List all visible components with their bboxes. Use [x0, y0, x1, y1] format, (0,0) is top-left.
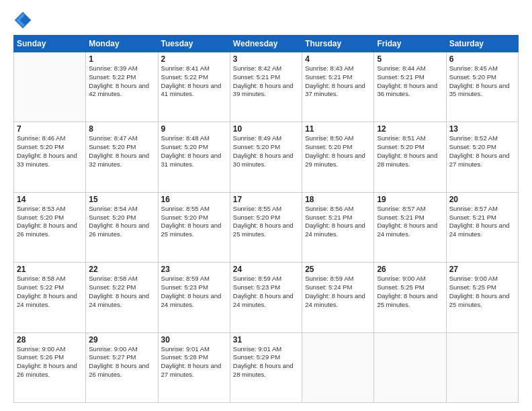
day-number: 2 [161, 54, 227, 64]
calendar-cell: 30Sunrise: 9:01 AM Sunset: 5:28 PM Dayli… [158, 332, 230, 402]
calendar-cell: 22Sunrise: 8:58 AM Sunset: 5:22 PM Dayli… [86, 263, 158, 332]
calendar-cell: 8Sunrise: 8:47 AM Sunset: 5:20 PM Daylig… [86, 122, 158, 192]
calendar-cell: 11Sunrise: 8:50 AM Sunset: 5:20 PM Dayli… [302, 122, 374, 192]
calendar-table: SundayMondayTuesdayWednesdayThursdayFrid… [13, 35, 519, 403]
calendar-cell [14, 52, 86, 122]
week-row: 28Sunrise: 9:00 AM Sunset: 5:26 PM Dayli… [14, 332, 519, 402]
cell-info: Sunrise: 8:55 AM Sunset: 5:20 PM Dayligh… [161, 205, 227, 239]
calendar-cell: 9Sunrise: 8:48 AM Sunset: 5:20 PM Daylig… [158, 122, 230, 192]
calendar-cell: 7Sunrise: 8:46 AM Sunset: 5:20 PM Daylig… [14, 122, 86, 192]
calendar-cell: 1Sunrise: 8:39 AM Sunset: 5:22 PM Daylig… [86, 52, 158, 122]
cell-info: Sunrise: 8:59 AM Sunset: 5:24 PM Dayligh… [305, 275, 371, 309]
calendar-cell: 3Sunrise: 8:42 AM Sunset: 5:21 PM Daylig… [230, 52, 302, 122]
weekday-header: Friday [374, 36, 446, 52]
day-number: 31 [233, 335, 299, 345]
cell-info: Sunrise: 8:43 AM Sunset: 5:21 PM Dayligh… [305, 64, 371, 99]
cell-info: Sunrise: 8:58 AM Sunset: 5:22 PM Dayligh… [17, 275, 83, 309]
day-number: 12 [377, 124, 443, 134]
day-number: 23 [161, 265, 227, 274]
calendar-cell: 29Sunrise: 9:00 AM Sunset: 5:27 PM Dayli… [86, 332, 158, 402]
week-row: 7Sunrise: 8:46 AM Sunset: 5:20 PM Daylig… [14, 122, 519, 192]
calendar-cell: 15Sunrise: 8:54 AM Sunset: 5:20 PM Dayli… [86, 192, 158, 262]
calendar-cell: 2Sunrise: 8:41 AM Sunset: 5:22 PM Daylig… [158, 52, 230, 122]
day-number: 20 [449, 195, 515, 204]
day-number: 15 [89, 195, 154, 204]
calendar-cell: 10Sunrise: 8:49 AM Sunset: 5:20 PM Dayli… [230, 122, 302, 192]
cell-info: Sunrise: 8:57 AM Sunset: 5:21 PM Dayligh… [449, 205, 515, 239]
day-number: 17 [233, 195, 299, 204]
cell-info: Sunrise: 8:56 AM Sunset: 5:21 PM Dayligh… [305, 205, 371, 239]
weekday-header: Saturday [446, 36, 518, 52]
cell-info: Sunrise: 8:53 AM Sunset: 5:20 PM Dayligh… [17, 205, 83, 239]
cell-info: Sunrise: 9:01 AM Sunset: 5:29 PM Dayligh… [233, 345, 299, 379]
cell-info: Sunrise: 9:01 AM Sunset: 5:28 PM Dayligh… [161, 345, 227, 379]
cell-info: Sunrise: 8:55 AM Sunset: 5:20 PM Dayligh… [233, 205, 299, 239]
cell-info: Sunrise: 8:50 AM Sunset: 5:20 PM Dayligh… [305, 134, 371, 169]
cell-info: Sunrise: 9:00 AM Sunset: 5:25 PM Dayligh… [377, 275, 443, 309]
day-number: 28 [17, 335, 83, 345]
cell-info: Sunrise: 8:49 AM Sunset: 5:20 PM Dayligh… [233, 134, 299, 169]
cell-info: Sunrise: 8:52 AM Sunset: 5:20 PM Dayligh… [449, 134, 515, 169]
calendar-cell: 27Sunrise: 9:00 AM Sunset: 5:25 PM Dayli… [446, 263, 518, 332]
calendar-cell: 20Sunrise: 8:57 AM Sunset: 5:21 PM Dayli… [446, 192, 518, 262]
calendar-cell: 5Sunrise: 8:44 AM Sunset: 5:21 PM Daylig… [374, 52, 446, 122]
weekday-header: Monday [86, 36, 158, 52]
calendar-cell: 13Sunrise: 8:52 AM Sunset: 5:20 PM Dayli… [446, 122, 518, 192]
weekday-header: Tuesday [158, 36, 230, 52]
cell-info: Sunrise: 8:59 AM Sunset: 5:23 PM Dayligh… [233, 275, 299, 309]
calendar-cell: 28Sunrise: 9:00 AM Sunset: 5:26 PM Dayli… [14, 332, 86, 402]
calendar-cell: 17Sunrise: 8:55 AM Sunset: 5:20 PM Dayli… [230, 192, 302, 262]
logo [13, 11, 35, 30]
calendar-cell [374, 332, 446, 402]
day-number: 30 [161, 335, 227, 345]
day-number: 16 [161, 195, 227, 204]
day-number: 14 [17, 195, 83, 204]
calendar-cell: 25Sunrise: 8:59 AM Sunset: 5:24 PM Dayli… [302, 263, 374, 332]
day-number: 13 [449, 124, 515, 134]
day-number: 6 [449, 54, 515, 64]
day-number: 1 [89, 54, 154, 64]
day-number: 8 [89, 124, 154, 134]
cell-info: Sunrise: 8:41 AM Sunset: 5:22 PM Dayligh… [161, 64, 227, 99]
header [13, 11, 519, 30]
day-number: 27 [449, 265, 515, 274]
calendar-cell: 21Sunrise: 8:58 AM Sunset: 5:22 PM Dayli… [14, 263, 86, 332]
cell-info: Sunrise: 8:44 AM Sunset: 5:21 PM Dayligh… [377, 64, 443, 99]
calendar-cell: 16Sunrise: 8:55 AM Sunset: 5:20 PM Dayli… [158, 192, 230, 262]
day-number: 4 [305, 54, 371, 64]
calendar-cell: 18Sunrise: 8:56 AM Sunset: 5:21 PM Dayli… [302, 192, 374, 262]
day-number: 29 [89, 335, 154, 345]
calendar-cell: 26Sunrise: 9:00 AM Sunset: 5:25 PM Dayli… [374, 263, 446, 332]
cell-info: Sunrise: 9:00 AM Sunset: 5:26 PM Dayligh… [17, 345, 83, 379]
cell-info: Sunrise: 8:48 AM Sunset: 5:20 PM Dayligh… [161, 134, 227, 169]
calendar-cell: 4Sunrise: 8:43 AM Sunset: 5:21 PM Daylig… [302, 52, 374, 122]
cell-info: Sunrise: 8:46 AM Sunset: 5:20 PM Dayligh… [17, 134, 83, 169]
day-number: 24 [233, 265, 299, 274]
week-row: 14Sunrise: 8:53 AM Sunset: 5:20 PM Dayli… [14, 192, 519, 262]
calendar-cell: 31Sunrise: 9:01 AM Sunset: 5:29 PM Dayli… [230, 332, 302, 402]
calendar-cell: 19Sunrise: 8:57 AM Sunset: 5:21 PM Dayli… [374, 192, 446, 262]
calendar-page: SundayMondayTuesdayWednesdayThursdayFrid… [0, 0, 532, 411]
calendar-cell: 24Sunrise: 8:59 AM Sunset: 5:23 PM Dayli… [230, 263, 302, 332]
calendar-cell: 14Sunrise: 8:53 AM Sunset: 5:20 PM Dayli… [14, 192, 86, 262]
cell-info: Sunrise: 8:58 AM Sunset: 5:22 PM Dayligh… [89, 275, 154, 309]
cell-info: Sunrise: 8:51 AM Sunset: 5:20 PM Dayligh… [377, 134, 443, 169]
cell-info: Sunrise: 8:57 AM Sunset: 5:21 PM Dayligh… [377, 205, 443, 239]
cell-info: Sunrise: 9:00 AM Sunset: 5:25 PM Dayligh… [449, 275, 515, 309]
calendar-header-row: SundayMondayTuesdayWednesdayThursdayFrid… [14, 36, 519, 52]
calendar-cell: 6Sunrise: 8:45 AM Sunset: 5:20 PM Daylig… [446, 52, 518, 122]
day-number: 22 [89, 265, 154, 274]
cell-info: Sunrise: 8:42 AM Sunset: 5:21 PM Dayligh… [233, 64, 299, 99]
logo-icon [13, 11, 32, 30]
day-number: 21 [17, 265, 83, 274]
calendar-cell [446, 332, 518, 402]
weekday-header: Sunday [14, 36, 86, 52]
week-row: 21Sunrise: 8:58 AM Sunset: 5:22 PM Dayli… [14, 263, 519, 332]
day-number: 10 [233, 124, 299, 134]
cell-info: Sunrise: 8:39 AM Sunset: 5:22 PM Dayligh… [89, 64, 154, 99]
calendar-body: 1Sunrise: 8:39 AM Sunset: 5:22 PM Daylig… [14, 52, 519, 403]
calendar-cell: 23Sunrise: 8:59 AM Sunset: 5:23 PM Dayli… [158, 263, 230, 332]
week-row: 1Sunrise: 8:39 AM Sunset: 5:22 PM Daylig… [14, 52, 519, 122]
weekday-header: Wednesday [230, 36, 302, 52]
day-number: 11 [305, 124, 371, 134]
